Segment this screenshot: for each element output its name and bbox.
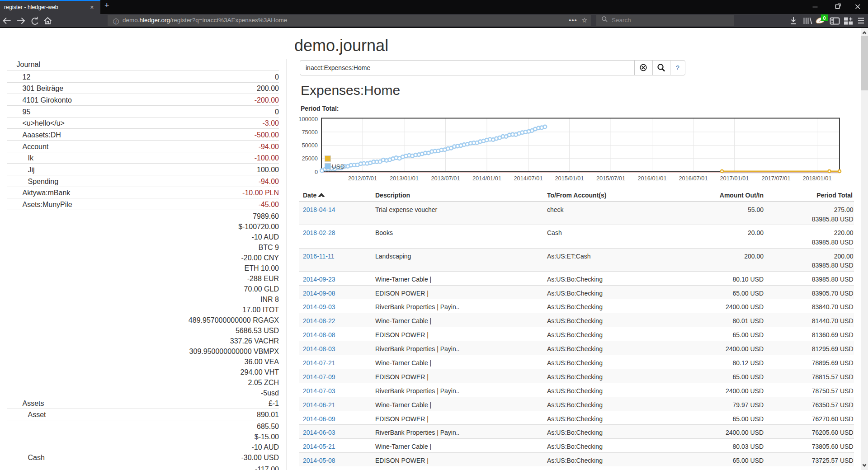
svg-text:2015/07/01: 2015/07/01 [596, 175, 625, 182]
svg-text:2015/01/01: 2015/01/01 [555, 175, 584, 182]
svg-text:0: 0 [315, 169, 318, 175]
svg-text:2014/01/01: 2014/01/01 [472, 175, 501, 182]
svg-text:0: 0 [823, 15, 826, 21]
svg-text:2013/01/01: 2013/01/01 [390, 175, 419, 182]
svg-text:50000: 50000 [302, 142, 318, 149]
svg-text:2013/07/01: 2013/07/01 [431, 175, 460, 182]
svg-text:75000: 75000 [302, 129, 318, 136]
svg-text:2017/07/01: 2017/07/01 [761, 175, 790, 182]
svg-text:25000: 25000 [302, 155, 318, 162]
svg-text:2018/01/01: 2018/01/01 [802, 175, 831, 182]
svg-text:2014/07/01: 2014/07/01 [514, 175, 542, 182]
svg-text:2016/01/01: 2016/01/01 [637, 175, 666, 182]
svg-text:USD: USD [332, 163, 345, 170]
svg-text:2017/01/01: 2017/01/01 [720, 175, 749, 182]
svg-text:2016/07/01: 2016/07/01 [679, 175, 708, 182]
svg-text:2012/07/01: 2012/07/01 [348, 175, 377, 182]
svg-text:100000: 100000 [298, 116, 318, 122]
